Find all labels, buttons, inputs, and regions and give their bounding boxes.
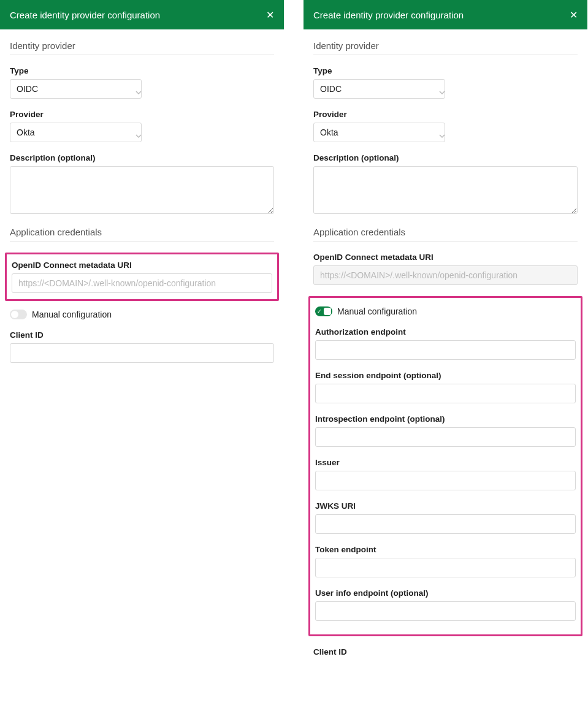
- section-app-credentials: Application credentials: [313, 227, 578, 242]
- toggle-manual-config-off[interactable]: [10, 310, 27, 319]
- select-type[interactable]: OIDC: [10, 79, 142, 99]
- toggle-row-manual-config: Manual configuration: [10, 310, 274, 319]
- textarea-description[interactable]: [313, 166, 578, 214]
- check-icon: ✓: [317, 309, 322, 314]
- field-provider: Provider Okta: [313, 110, 578, 142]
- label-introspection: Introspection endpoint (optional): [315, 414, 576, 424]
- input-user-info[interactable]: [315, 601, 576, 621]
- textarea-description[interactable]: [10, 166, 274, 214]
- label-openid-uri: OpenID Connect metadata URI: [313, 253, 578, 262]
- label-issuer: Issuer: [315, 458, 576, 467]
- label-type: Type: [313, 66, 578, 75]
- input-issuer[interactable]: [315, 471, 576, 490]
- field-openid-uri: OpenID Connect metadata URI: [313, 253, 578, 285]
- panel-left: Create identity provider configuration ✕…: [0, 0, 284, 668]
- panel-body-left: Identity provider Type OIDC Provider Okt…: [0, 29, 284, 363]
- input-end-session[interactable]: [315, 384, 576, 403]
- label-token-endpoint: Token endpoint: [315, 545, 576, 554]
- panel-right: Create identity provider configuration ✕…: [304, 0, 587, 668]
- field-user-info: User info endpoint (optional): [315, 588, 576, 621]
- label-description: Description (optional): [10, 153, 274, 162]
- select-type-value: OIDC: [17, 84, 38, 94]
- field-jwks: JWKS URI: [315, 501, 576, 534]
- field-client-id: Client ID: [10, 330, 274, 363]
- label-type: Type: [10, 66, 274, 75]
- label-client-id: Client ID: [313, 647, 578, 656]
- field-description: Description (optional): [313, 153, 578, 216]
- field-token-endpoint: Token endpoint: [315, 545, 576, 577]
- input-token-endpoint[interactable]: [315, 558, 576, 577]
- select-provider[interactable]: Okta: [10, 123, 142, 142]
- panel-header: Create identity provider configuration ✕: [304, 0, 587, 29]
- close-icon[interactable]: ✕: [266, 9, 274, 21]
- panel-title: Create identity provider configuration: [10, 10, 160, 20]
- select-provider[interactable]: Okta: [313, 123, 445, 142]
- field-auth-endpoint: Authorization endpoint: [315, 327, 576, 360]
- label-provider: Provider: [313, 110, 578, 119]
- field-client-id: Client ID: [313, 647, 578, 656]
- input-openid-uri[interactable]: [12, 273, 272, 293]
- field-provider: Provider Okta: [10, 110, 274, 142]
- select-provider-value: Okta: [320, 127, 338, 137]
- label-provider: Provider: [10, 110, 274, 119]
- input-auth-endpoint[interactable]: [315, 340, 576, 360]
- field-type: Type OIDC: [313, 66, 578, 99]
- input-client-id[interactable]: [10, 343, 274, 363]
- label-openid-uri: OpenID Connect metadata URI: [12, 261, 272, 270]
- field-end-session: End session endpoint (optional): [315, 371, 576, 403]
- panel-body-right: Identity provider Type OIDC Provider Okt…: [304, 29, 587, 656]
- label-end-session: End session endpoint (optional): [315, 371, 576, 380]
- label-client-id: Client ID: [10, 330, 274, 340]
- toggle-row-manual-config: ✓ Manual configuration: [315, 306, 576, 316]
- label-jwks: JWKS URI: [315, 501, 576, 511]
- label-manual-config: Manual configuration: [337, 306, 417, 316]
- panel-header: Create identity provider configuration ✕: [0, 0, 284, 29]
- input-introspection[interactable]: [315, 427, 576, 447]
- select-type-value: OIDC: [320, 84, 342, 94]
- field-description: Description (optional): [10, 153, 274, 216]
- field-type: Type OIDC: [10, 66, 274, 99]
- label-description: Description (optional): [313, 153, 578, 162]
- field-introspection: Introspection endpoint (optional): [315, 414, 576, 447]
- toggle-knob: [11, 311, 18, 318]
- label-user-info: User info endpoint (optional): [315, 588, 576, 598]
- panel-title: Create identity provider configuration: [313, 10, 464, 20]
- select-type[interactable]: OIDC: [313, 79, 445, 99]
- field-openid-uri: OpenID Connect metadata URI: [12, 261, 272, 293]
- section-identity-provider: Identity provider: [10, 40, 274, 55]
- toggle-knob: [324, 308, 331, 315]
- field-issuer: Issuer: [315, 458, 576, 490]
- input-openid-uri-disabled: [313, 265, 578, 285]
- section-app-credentials: Application credentials: [10, 227, 274, 242]
- input-jwks[interactable]: [315, 514, 576, 534]
- section-identity-provider: Identity provider: [313, 40, 578, 55]
- toggle-manual-config-on[interactable]: ✓: [315, 306, 332, 316]
- label-auth-endpoint: Authorization endpoint: [315, 327, 576, 337]
- highlight-manual-config: ✓ Manual configuration Authorization end…: [308, 296, 582, 636]
- highlight-openid-uri: OpenID Connect metadata URI: [5, 253, 279, 301]
- select-provider-value: Okta: [17, 127, 35, 137]
- label-manual-config: Manual configuration: [32, 310, 112, 319]
- close-icon[interactable]: ✕: [570, 9, 578, 21]
